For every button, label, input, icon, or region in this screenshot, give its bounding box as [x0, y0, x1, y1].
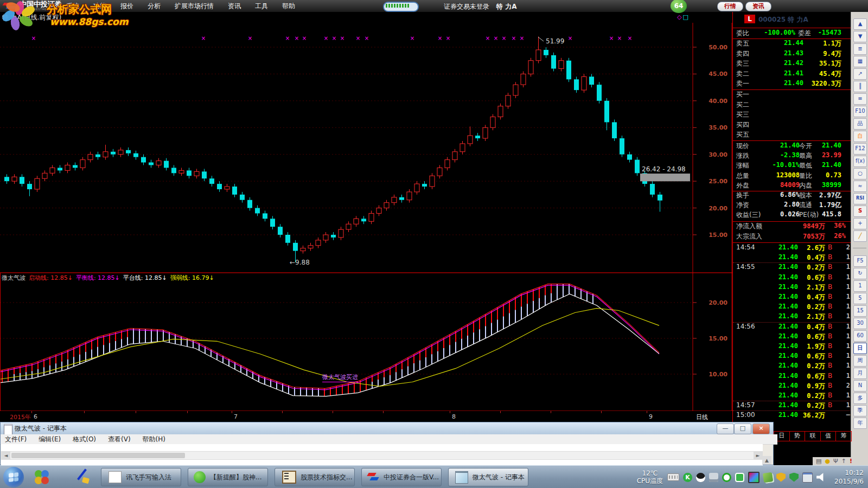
quote-row: 净流入额9849万36%	[733, 222, 851, 232]
stock-code-faint: 000025 特 力A	[758, 15, 808, 24]
notepad-menu-格式(O)[interactable]: 格式(O)	[73, 435, 96, 444]
strip-▲[interactable]: ▲	[853, 18, 867, 30]
start-button[interactable]	[3, 467, 24, 487]
tab-联[interactable]: 联	[805, 432, 821, 441]
cam-green-tray-icon[interactable]	[735, 473, 744, 482]
taskbar-button-5[interactable]: 微太气波 - 记事本	[448, 468, 528, 486]
maximize-button[interactable]: □	[734, 423, 751, 434]
menu-扩展市场行情[interactable]: 扩展市场行情	[175, 2, 214, 11]
contact-tray-icon[interactable]	[709, 473, 718, 482]
svg-text:×: ×	[356, 35, 360, 41]
notepad-menu-文件(F)[interactable]: 文件(F)	[5, 435, 27, 444]
taskbar-button-2[interactable]: 【新提醒】股神...	[188, 468, 268, 486]
green-shield-tray-icon[interactable]	[789, 473, 799, 482]
strip-周[interactable]: 周	[853, 355, 867, 367]
doc-icon	[108, 471, 122, 483]
strip-15[interactable]: 15	[853, 305, 867, 317]
bank-card-tray-icon[interactable]	[763, 472, 773, 482]
notepad-menu-编辑(E)[interactable]: 编辑(E)	[39, 435, 61, 444]
strip-60[interactable]: 60	[853, 330, 867, 342]
handwriting-pen-icon[interactable]	[74, 469, 90, 485]
menu-功能[interactable]: 功能	[93, 2, 106, 11]
power-green-tray-icon[interactable]	[722, 473, 731, 482]
strip-RSI[interactable]: RSI	[853, 193, 867, 204]
scroll-thumb[interactable]	[11, 453, 185, 458]
gold-shield-tray-icon[interactable]	[776, 473, 786, 482]
status-icon-↑[interactable]: ↑	[841, 458, 846, 465]
volume-tray-icon[interactable]	[816, 473, 827, 482]
news-button[interactable]: 资讯	[745, 2, 771, 11]
status-icon-●[interactable]: ●	[825, 458, 830, 465]
k-green-tray-icon[interactable]: K	[683, 473, 692, 482]
notepad-menu-帮助(H)[interactable]: 帮助(H)	[143, 435, 165, 444]
tab-值[interactable]: 值	[821, 432, 837, 441]
menu-系统[interactable]: 系统	[66, 2, 79, 11]
notification-badge[interactable]: 64	[671, 0, 687, 13]
period-label[interactable]: 日线	[696, 413, 708, 421]
strip-多[interactable]: 多	[853, 393, 867, 404]
quote-row: 21.400.6万B1	[733, 372, 851, 382]
strip-30[interactable]: 30	[853, 318, 867, 329]
strip-自[interactable]: 自	[853, 131, 867, 142]
price-chart[interactable]: ×××××××××××××××××××××××51.99←9.8826.42 -…	[0, 23, 732, 422]
quote-row: 涨幅-10.01%最低21.40	[733, 161, 851, 171]
keyboard-tray-icon[interactable]	[667, 473, 679, 481]
strip-品[interactable]: 品	[853, 118, 867, 130]
strip-5[interactable]: 5	[853, 293, 867, 304]
strip-○[interactable]: ○	[853, 168, 867, 179]
menu-工具[interactable]: 工具	[255, 2, 268, 11]
strip-║[interactable]: ║	[853, 81, 867, 92]
strip-≣[interactable]: ≣	[853, 43, 867, 55]
strip-+[interactable]: +	[853, 218, 867, 229]
menu-分析[interactable]: 分析	[148, 2, 161, 11]
status-icon-![interactable]: !	[850, 458, 852, 465]
status-icon-▤[interactable]: ▤	[816, 458, 821, 465]
taskbar-button-4[interactable]: 中投证券合一版V...	[361, 468, 442, 486]
tab-势[interactable]: 势	[790, 432, 806, 441]
scroll-up-icon[interactable]: ▲	[762, 456, 771, 465]
scroll-right-icon[interactable]: ►	[754, 452, 762, 459]
quote-row: 买一	[733, 90, 851, 100]
menu-报价[interactable]: 报价	[120, 2, 133, 11]
strip-↻[interactable]: ↻	[853, 268, 867, 279]
quote-row: 21.400.6万B1	[733, 273, 851, 283]
strip-▦[interactable]: ▦	[853, 56, 867, 67]
strip-f(x)[interactable]: f(x)	[853, 156, 867, 167]
strip-▼[interactable]: ▼	[853, 31, 867, 42]
strip-F12[interactable]: F12	[853, 143, 867, 155]
strip-╱[interactable]: ╱	[853, 230, 867, 242]
network-tray-icon[interactable]	[802, 472, 813, 483]
strip-F5[interactable]: F5	[853, 255, 867, 267]
strip-年[interactable]: 年	[853, 418, 867, 429]
strip-↗[interactable]: ↗	[853, 68, 867, 80]
qq-tray-icon[interactable]	[696, 473, 705, 482]
notepad-menu-查看(V)[interactable]: 查看(V)	[108, 435, 131, 444]
horizontal-scrollbar[interactable]: ◄ ►	[1, 451, 763, 460]
menu-帮助[interactable]: 帮助	[282, 2, 295, 11]
notepad-titlebar[interactable]: 微太气波 - 记事本 — □ ×	[1, 422, 773, 434]
strip-≈[interactable]: ≈	[853, 181, 867, 192]
minimize-button[interactable]: —	[717, 423, 734, 434]
taskbar-button-1[interactable]: 讯飞手写输入法	[101, 468, 181, 486]
strip-1[interactable]: 1	[853, 280, 867, 292]
input-method-icon[interactable]	[34, 469, 50, 485]
status-icon-Ψ[interactable]: Ψ	[833, 458, 838, 465]
taskbar-button-3[interactable]: 股票技术指标交...	[275, 468, 355, 486]
tab-筹[interactable]: 筹	[836, 432, 851, 441]
strip-月[interactable]: 月	[853, 368, 867, 379]
menu-资讯[interactable]: 资讯	[228, 2, 241, 11]
strip-S[interactable]: S	[853, 206, 867, 217]
strip-F10[interactable]: F10	[853, 106, 867, 117]
strip-≡[interactable]: ≡	[853, 93, 867, 105]
strip-季[interactable]: 季	[853, 405, 867, 416]
notepad-window[interactable]: 微太气波 - 记事本 — □ × 文件(F)编辑(E)格式(O)查看(V)帮助(…	[0, 422, 774, 465]
screen-tray-icon[interactable]	[748, 472, 760, 483]
svg-text:×: ×	[285, 35, 290, 41]
scroll-left-icon[interactable]: ◄	[2, 452, 10, 459]
close-button[interactable]: ×	[752, 423, 770, 434]
svg-text:×: ×	[410, 35, 414, 41]
strip-日[interactable]: 日	[853, 343, 867, 354]
clock[interactable]: 10:122015/9/6	[834, 468, 864, 486]
quote-button[interactable]: 行情	[717, 2, 743, 11]
strip-N[interactable]: N	[853, 380, 867, 391]
